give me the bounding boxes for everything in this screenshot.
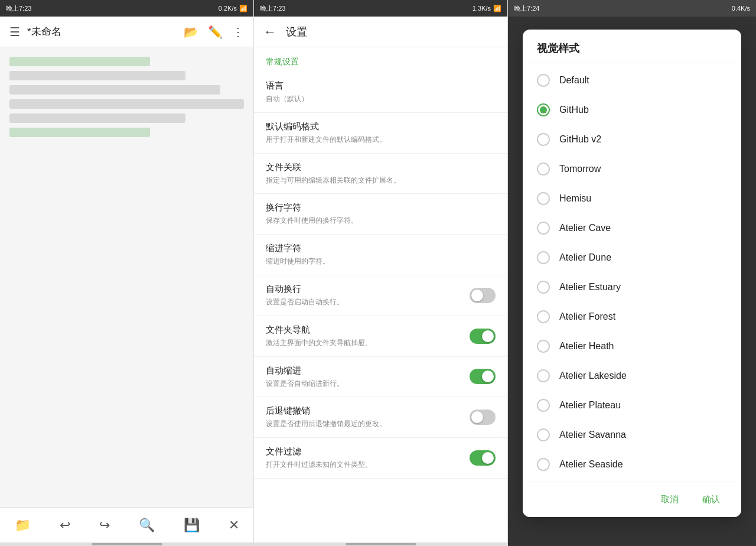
theme-item-atelier-lakeside[interactable]: Atelier Lakeside xyxy=(523,361,741,391)
radio-tomorrow[interactable] xyxy=(537,162,550,176)
toggle-file-filter[interactable] xyxy=(470,450,496,466)
theme-item-atelier-plateau[interactable]: Atelier Plateau xyxy=(523,391,741,420)
dialog-header: 视觉样式 xyxy=(523,30,741,63)
redo-button[interactable]: ↪ xyxy=(94,513,115,538)
theme-item-atelier-savanna[interactable]: Atelier Savanna xyxy=(523,420,741,450)
editor-line xyxy=(9,99,244,109)
settings-section-label: 常规设置 xyxy=(254,47,507,72)
toggle-back-undo[interactable] xyxy=(470,410,496,425)
menu-icon[interactable]: ☰ xyxy=(9,25,20,39)
radio-atelier-heath[interactable] xyxy=(537,340,550,353)
editor-panel: 晚上7:23 0.2K/s 📶 ☰ *未命名 📂 ✏️ ⋮ 📁 ↩ ↪ 🔍 💾 … xyxy=(0,0,254,546)
settings-item-text-language: 语言 自动（默认） xyxy=(266,80,496,104)
theme-item-atelier-forest[interactable]: Atelier Forest xyxy=(523,302,741,332)
radio-github-v2[interactable] xyxy=(537,133,550,146)
editor-line xyxy=(9,57,150,66)
status-bar-3: 晚上7:24 0.4K/s xyxy=(508,0,756,17)
theme-label-atelier-cave: Atelier Cave xyxy=(559,223,611,233)
radio-atelier-dune[interactable] xyxy=(537,251,550,264)
signal-icon-2: 📶 xyxy=(493,5,501,12)
toggle-folder-nav[interactable] xyxy=(470,329,496,344)
status-bar-left-1: 晚上7:23 xyxy=(6,4,31,13)
folder-button[interactable]: 📁 xyxy=(10,513,35,538)
back-button[interactable]: ← xyxy=(263,24,276,40)
radio-github[interactable] xyxy=(537,103,550,116)
settings-item-desc-folder-nav: 激活主界面中的文件夹导航抽屉。 xyxy=(266,338,470,348)
theme-item-atelier-estuary[interactable]: Atelier Estuary xyxy=(523,272,741,302)
more-icon[interactable]: ⋮ xyxy=(232,25,244,39)
settings-item-text-auto-wrap: 自动换行 设置是否启动自动换行。 xyxy=(266,284,470,307)
home-indicator-1 xyxy=(92,543,162,545)
edit-icon[interactable]: ✏️ xyxy=(208,25,223,39)
toggle-auto-wrap[interactable] xyxy=(470,288,496,303)
settings-item-desc-auto-indent: 设置是否自动缩进新行。 xyxy=(266,379,470,389)
undo-button[interactable]: ↩ xyxy=(55,513,75,538)
status-bar-right-2: 1.3K/s 📶 xyxy=(472,5,501,12)
settings-item-title-auto-wrap: 自动换行 xyxy=(266,284,470,295)
radio-atelier-cave[interactable] xyxy=(537,222,550,235)
toggle-knob-folder-nav xyxy=(482,330,494,342)
settings-content[interactable]: 常规设置 语言 自动（默认） 默认编码格式 用于打开和新建文件的默认编码格式。 … xyxy=(254,47,507,542)
radio-atelier-forest[interactable] xyxy=(537,310,550,323)
save-button[interactable]: 💾 xyxy=(179,513,204,538)
radio-default[interactable] xyxy=(537,74,550,87)
settings-item-desc-indent-char: 缩进时使用的字符。 xyxy=(266,256,496,266)
settings-item-language[interactable]: 语言 自动（默认） xyxy=(254,72,507,113)
status-bar-1: 晚上7:23 0.2K/s 📶 xyxy=(0,0,253,17)
settings-item-desc-file-assoc: 指定与可用的编辑器相关联的文件扩展名。 xyxy=(266,176,496,186)
theme-item-hemisu[interactable]: Hemisu xyxy=(523,184,741,213)
bottom-toolbar: 📁 ↩ ↪ 🔍 💾 ✕ xyxy=(0,507,253,542)
settings-item-encoding[interactable]: 默认编码格式 用于打开和新建文件的默认编码格式。 xyxy=(254,113,507,154)
radio-atelier-savanna[interactable] xyxy=(537,428,550,441)
editor-content[interactable] xyxy=(0,47,253,507)
status-bar-right-1: 0.2K/s 📶 xyxy=(219,5,247,12)
confirm-button[interactable]: 确认 xyxy=(693,489,729,510)
theme-item-github[interactable]: GitHub xyxy=(523,95,741,125)
cancel-button[interactable]: 取消 xyxy=(651,489,688,510)
radio-atelier-lakeside[interactable] xyxy=(537,369,550,382)
radio-atelier-seaside[interactable] xyxy=(537,458,550,471)
theme-label-default: Default xyxy=(559,75,589,86)
settings-item-text-line-ending: 换行字符 保存文件时使用的换行字符。 xyxy=(266,202,496,226)
settings-item-file-assoc[interactable]: 文件关联 指定与可用的编辑器相关联的文件扩展名。 xyxy=(254,154,507,194)
settings-panel: 晚上7:23 1.3K/s 📶 ← 设置 常规设置 语言 自动（默认） 默认编码… xyxy=(254,0,508,546)
settings-item-title-auto-indent: 自动缩进 xyxy=(266,365,470,376)
editor-line xyxy=(9,113,185,123)
settings-item-file-filter[interactable]: 文件过滤 打开文件时过滤未知的文件类型。 xyxy=(254,438,507,479)
theme-item-github-v2[interactable]: GitHub v2 xyxy=(523,125,741,154)
time-3: 晚上7:24 xyxy=(514,4,539,13)
theme-label-atelier-savanna: Atelier Savanna xyxy=(559,430,626,440)
settings-item-title-language: 语言 xyxy=(266,80,496,92)
settings-item-auto-indent[interactable]: 自动缩进 设置是否自动缩进新行。 xyxy=(254,357,507,398)
theme-item-atelier-cave[interactable]: Atelier Cave xyxy=(523,213,741,243)
settings-item-title-back-undo: 后退键撤销 xyxy=(266,405,470,417)
radio-atelier-estuary[interactable] xyxy=(537,281,550,294)
close-button[interactable]: ✕ xyxy=(224,513,244,538)
dialog-title: 视觉样式 xyxy=(537,43,579,54)
theme-item-tomorrow[interactable]: Tomorrow xyxy=(523,154,741,184)
radio-atelier-plateau[interactable] xyxy=(537,399,550,412)
title-bar-actions: 📂 ✏️ ⋮ xyxy=(184,25,244,39)
settings-item-indent-char[interactable]: 缩进字符 缩进时使用的字符。 xyxy=(254,235,507,275)
settings-item-line-ending[interactable]: 换行字符 保存文件时使用的换行字符。 xyxy=(254,194,507,235)
folder-icon[interactable]: 📂 xyxy=(184,25,198,39)
dialog-list[interactable]: Default GitHub GitHub v2 Tomorrow xyxy=(523,63,741,482)
theme-item-default[interactable]: Default xyxy=(523,66,741,95)
settings-item-folder-nav[interactable]: 文件夹导航 激活主界面中的文件夹导航抽屉。 xyxy=(254,316,507,357)
settings-item-back-undo[interactable]: 后退键撤销 设置是否使用后退键撤销最近的更改。 xyxy=(254,397,507,438)
radio-hemisu[interactable] xyxy=(537,192,550,205)
theme-item-atelier-seaside[interactable]: Atelier Seaside xyxy=(523,450,741,479)
toggle-auto-indent[interactable] xyxy=(470,369,496,384)
theme-label-github-v2: GitHub v2 xyxy=(559,134,601,145)
time-1: 晚上7:23 xyxy=(6,4,31,13)
settings-item-text-indent-char: 缩进字符 缩进时使用的字符。 xyxy=(266,243,496,266)
search-button[interactable]: 🔍 xyxy=(134,513,159,538)
settings-header: ← 设置 xyxy=(254,17,507,47)
settings-item-text-file-filter: 文件过滤 打开文件时过滤未知的文件类型。 xyxy=(266,446,470,470)
settings-item-auto-wrap[interactable]: 自动换行 设置是否启动自动换行。 xyxy=(254,275,507,316)
editor-line xyxy=(9,71,185,80)
theme-item-atelier-dune[interactable]: Atelier Dune xyxy=(523,243,741,272)
theme-label-hemisu: Hemisu xyxy=(559,193,591,204)
theme-item-atelier-heath[interactable]: Atelier Heath xyxy=(523,332,741,361)
signal-icon-1: 📶 xyxy=(239,5,247,12)
